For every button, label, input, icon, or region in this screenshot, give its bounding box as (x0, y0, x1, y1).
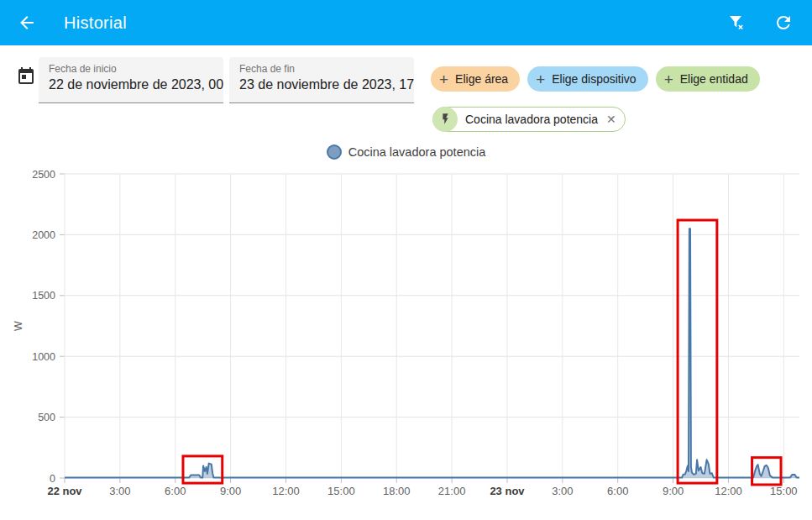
remove-entity-button[interactable]: ✕ (605, 113, 618, 125)
lightning-bolt-icon (439, 113, 452, 125)
x-tick-label: 9:00 (220, 485, 241, 497)
x-tick-label: 15:00 (327, 485, 355, 497)
back-button[interactable] (10, 6, 44, 39)
arrow-left-icon (17, 13, 37, 33)
x-tick-label: 3:00 (552, 485, 573, 497)
selected-entity-chip[interactable]: Cocina lavadora potencia ✕ (432, 107, 626, 132)
app-header: Historial (0, 0, 812, 45)
choose-area-chip[interactable]: + Elige área (431, 66, 520, 92)
chart-legend[interactable]: Cocina lavadora potencia (0, 144, 812, 160)
refresh-icon (773, 13, 794, 33)
y-axis-title: W (13, 321, 24, 331)
x-tick-label: 6:00 (165, 485, 186, 497)
filter-chips: + Elige área + Elige dispositivo + Elige… (431, 66, 760, 92)
choose-entity-label: Elige entidad (680, 72, 748, 86)
entity-icon-circle (432, 107, 458, 132)
y-tick-label: 500 (38, 412, 55, 423)
y-tick-label: 2000 (32, 229, 55, 241)
refresh-button[interactable] (767, 6, 800, 39)
choose-device-label: Elige dispositivo (552, 72, 636, 86)
choose-area-label: Elige área (455, 72, 508, 86)
plus-icon: + (536, 71, 545, 87)
history-page: 0500100015002000250022 nov3:006:009:0012… (0, 0, 812, 520)
page-title: Historial (64, 13, 127, 33)
x-tick-label: 3:00 (109, 485, 130, 497)
end-date-label: Fecha de fin (239, 63, 414, 75)
start-date-value: 22 de noviembre de 2023, 00:00 (49, 77, 223, 92)
y-tick-label: 0 (50, 473, 55, 485)
end-date-field[interactable]: Fecha de fin 23 de noviembre de 2023, 17… (229, 57, 414, 103)
annotation-box (678, 220, 717, 483)
x-tick-label: 22 nov (47, 485, 82, 497)
choose-device-chip[interactable]: + Elige dispositivo (527, 66, 648, 92)
x-tick-label: 23 nov (490, 485, 525, 497)
end-date-value: 23 de noviembre de 2023, 17:00 (239, 77, 414, 92)
y-tick-label: 2500 (32, 169, 55, 181)
start-date-field[interactable]: Fecha de inicio 22 de noviembre de 2023,… (39, 57, 223, 103)
x-tick-label: 18:00 (383, 485, 411, 497)
filter-remove-icon (726, 13, 747, 33)
y-tick-label: 1500 (32, 290, 55, 302)
x-tick-label: 12:00 (272, 485, 300, 497)
x-tick-label: 21:00 (438, 485, 466, 497)
legend-label: Cocina lavadora potencia (348, 145, 486, 159)
legend-dot (327, 144, 342, 160)
remove-filters-button[interactable] (720, 6, 753, 39)
x-tick-label: 12:00 (715, 485, 742, 497)
header-actions (720, 6, 800, 39)
selected-entity-label: Cocina lavadora potencia (465, 113, 598, 126)
x-tick-label: 6:00 (607, 485, 628, 497)
choose-entity-chip[interactable]: + Elige entidad (656, 66, 760, 92)
y-tick-label: 1000 (32, 351, 55, 363)
x-tick-label: 15:00 (770, 485, 798, 497)
plus-icon: + (664, 71, 673, 87)
calendar-icon (16, 66, 36, 87)
x-tick-label: 9:00 (663, 485, 684, 497)
plus-icon: + (439, 71, 448, 87)
start-date-label: Fecha de inicio (49, 63, 223, 75)
